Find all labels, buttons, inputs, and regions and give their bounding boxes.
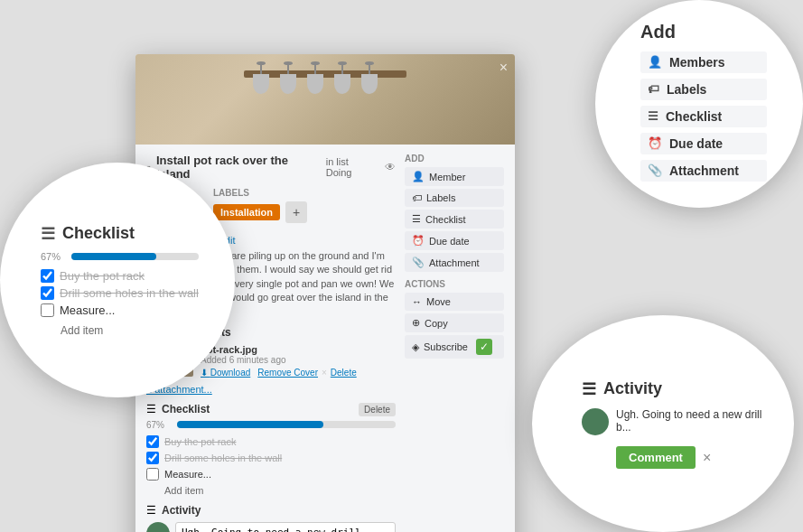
- bubble-add-checklist[interactable]: ☰ Checklist: [640, 106, 767, 127]
- subscribe-icon: ◈: [412, 341, 419, 353]
- bubble-item-2: Drill some holes in the wall: [41, 286, 199, 300]
- add-attachment-sidebar-button[interactable]: 📎 Attachment: [405, 253, 504, 272]
- attachment-icon: 📎: [412, 257, 425, 268]
- move-label: Move: [426, 296, 451, 307]
- bubble-activity: ☰ Activity Ugh. Going to need a new dril…: [532, 315, 794, 532]
- pot-2: [280, 74, 296, 94]
- bubble-activity-title: ☰ Activity: [582, 379, 662, 399]
- move-button[interactable]: ↔ Move: [405, 293, 504, 311]
- checklist-text-1: Buy the pot rack: [164, 436, 237, 447]
- bubble-comment-button[interactable]: Comment: [616, 446, 696, 469]
- card-image: ×: [135, 54, 515, 145]
- member-icon: 👤: [412, 171, 425, 182]
- bubble-activity-icon: ☰: [582, 379, 596, 399]
- add-due-date-sidebar-button[interactable]: ⏰ Due date: [405, 231, 504, 250]
- bubble-checklist-btn-icon: ☰: [648, 109, 658, 123]
- checklist-title: Checklist: [162, 403, 210, 415]
- delete-link[interactable]: Delete: [331, 368, 357, 378]
- bubble-add-item-link[interactable]: Add item: [61, 324, 103, 337]
- copy-label: Copy: [425, 318, 448, 329]
- bubble-add-due-date[interactable]: ⏰ Due date: [640, 133, 767, 154]
- copy-button[interactable]: ⊕ Copy: [405, 313, 504, 332]
- copy-icon: ⊕: [412, 317, 420, 329]
- delete-checklist-button[interactable]: Delete: [359, 403, 396, 416]
- bubble-due-date-label: Due date: [669, 136, 723, 151]
- checklist-item-3: Measure...: [146, 468, 396, 481]
- bubble-add-labels[interactable]: 🏷 Labels: [640, 79, 767, 100]
- bubble-checklist-icon: ☰: [41, 224, 55, 244]
- checklist-text-3: Measure...: [164, 469, 211, 480]
- checklist-checkbox-2[interactable]: [146, 452, 159, 464]
- bubble-item-3: Measure...: [41, 303, 115, 317]
- bubble-checkbox-3[interactable]: [41, 303, 54, 317]
- label-badge: Installation: [213, 204, 280, 220]
- add-member-sidebar-button[interactable]: 👤 Member: [405, 167, 504, 186]
- bubble-checkbox-1[interactable]: [41, 269, 54, 283]
- bubble-item-1: Buy the pot rack: [41, 269, 145, 283]
- bubble-labels-icon: 🏷: [648, 82, 659, 96]
- bubble-add-title: Add: [640, 22, 676, 42]
- subscribe-label: Subscribe: [424, 341, 468, 352]
- subscribed-check: ✓: [476, 339, 492, 355]
- bubble-progress-pct: 67%: [41, 251, 66, 262]
- pot-4: [334, 74, 350, 94]
- bubble-labels-label: Labels: [667, 82, 706, 97]
- bubble-due-date-icon: ⏰: [648, 136, 662, 150]
- close-icon[interactable]: ×: [500, 60, 508, 76]
- card-list-ref: in list Doing: [326, 156, 376, 178]
- bubble-activity-avatar: [582, 408, 609, 435]
- add-labels-sidebar-button[interactable]: 🏷 Labels: [405, 189, 504, 207]
- bubble-activity-title-text: Activity: [603, 379, 662, 398]
- checklist-checkbox-3[interactable]: [146, 468, 159, 481]
- pot-3: [307, 74, 323, 94]
- add-label-button[interactable]: +: [285, 201, 307, 223]
- bubble-members-icon: 👤: [648, 55, 662, 69]
- add-section-label: Add: [405, 154, 504, 163]
- bubble-progress-bar-fill: [71, 253, 156, 260]
- activity-icon: ☰: [146, 504, 156, 517]
- pot-1: [253, 74, 269, 94]
- progress-percent: 67%: [146, 420, 172, 430]
- bubble-checkbox-2[interactable]: [41, 286, 54, 300]
- bubble-progress-bar-bg: [71, 253, 199, 260]
- checklist-btn-icon: ☰: [412, 213, 421, 225]
- due-date-icon: ⏰: [412, 235, 425, 247]
- bubble-attachment-icon: 📎: [648, 163, 662, 177]
- checklist-icon: ☰: [146, 403, 156, 415]
- activity-input[interactable]: Ugh. Going to need a new drill bit. Dang…: [175, 522, 396, 532]
- bubble-attachment-label: Attachment: [669, 163, 739, 178]
- bubble-item-text-2: Drill some holes in the wall: [60, 286, 199, 300]
- attachment-name: pot-rack.jpg: [201, 344, 396, 355]
- actions-section-label: Actions: [405, 279, 504, 289]
- add-checklist-item-link[interactable]: Add item: [164, 485, 203, 496]
- checklist-checkbox-1[interactable]: [146, 435, 159, 448]
- bubble-checklist: ☰ Checklist 67% Buy the pot rack Drill s…: [0, 163, 235, 397]
- add-checklist-label: Checklist: [425, 214, 466, 225]
- add-attachment-label: Attachment: [429, 257, 480, 268]
- activity-avatar: [146, 522, 170, 532]
- bubble-checklist-title: Checklist: [62, 224, 135, 243]
- remove-cover-link[interactable]: Remove Cover: [257, 368, 318, 378]
- checklist-item-1: Buy the pot rack: [146, 435, 396, 448]
- bubble-item-text-3: Measure...: [60, 303, 115, 317]
- bubble-cancel-icon[interactable]: ×: [703, 450, 711, 466]
- bubble-add: Add 👤 Members 🏷 Labels ☰ Checklist ⏰ Due…: [595, 0, 803, 208]
- bubble-add-members[interactable]: 👤 Members: [640, 51, 767, 73]
- pot-5: [361, 74, 378, 94]
- card-title: Install pot rack over the island: [156, 154, 321, 181]
- bubble-checklist-btn-label: Checklist: [666, 109, 722, 124]
- bubble-activity-text: Ugh. Going to need a new drill b...: [616, 408, 762, 434]
- attachment-date: Added 6 minutes ago: [201, 355, 396, 365]
- add-labels-label: Labels: [426, 192, 455, 203]
- activity-title: Activity: [162, 504, 201, 517]
- download-link[interactable]: ⬇ Download: [201, 368, 250, 378]
- add-member-label: Member: [429, 172, 465, 182]
- checklist-text-2: Drill some holes in the wall: [164, 453, 282, 463]
- add-checklist-sidebar-button[interactable]: ☰ Checklist: [405, 210, 504, 229]
- progress-bar-fill: [177, 421, 323, 428]
- subscribe-button[interactable]: ◈ Subscribe ✓: [405, 335, 504, 359]
- labels-icon: 🏷: [412, 192, 422, 203]
- watch-icon[interactable]: 👁: [385, 161, 396, 173]
- bubble-add-attachment[interactable]: 📎 Attachment: [640, 160, 767, 182]
- add-due-date-label: Due date: [429, 236, 470, 247]
